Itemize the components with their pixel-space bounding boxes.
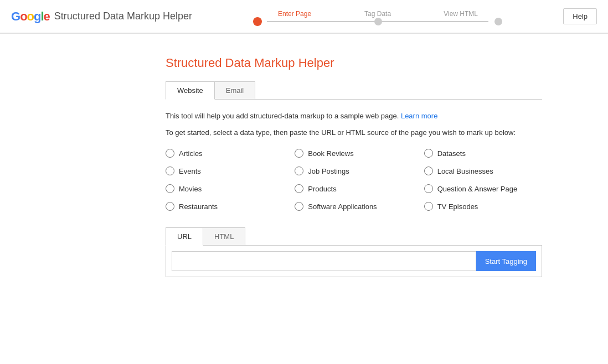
google-logo: Google bbox=[11, 9, 50, 24]
tab-website[interactable]: Website bbox=[166, 81, 215, 100]
input-tabs: URL HTML bbox=[166, 227, 542, 246]
input-tab-html[interactable]: HTML bbox=[203, 227, 245, 245]
radio-products[interactable]: Products bbox=[295, 184, 413, 193]
radio-local-businesses-label: Local Businesses bbox=[437, 167, 493, 175]
progress-labels: Enter Page Tag Data View HTML bbox=[253, 10, 502, 18]
page-tabs: Website Email bbox=[166, 81, 542, 100]
radio-articles-label: Articles bbox=[179, 149, 203, 158]
progress-dot-1 bbox=[253, 17, 262, 26]
progress-label-view: View HTML bbox=[419, 10, 502, 18]
progress-dots bbox=[253, 17, 502, 26]
learn-more-link[interactable]: Learn more bbox=[401, 112, 437, 120]
radio-tv-episodes-input[interactable] bbox=[424, 202, 433, 211]
radio-qa-page-input[interactable] bbox=[424, 184, 433, 193]
radio-events[interactable]: Events bbox=[166, 167, 284, 175]
radio-movies[interactable]: Movies bbox=[166, 184, 284, 193]
radio-job-postings[interactable]: Job Postings bbox=[295, 167, 413, 175]
input-tab-url[interactable]: URL bbox=[166, 227, 203, 246]
input-row: Start Tagging bbox=[166, 246, 542, 277]
radio-software-apps-input[interactable] bbox=[295, 202, 303, 211]
radio-software-apps[interactable]: Software Applications bbox=[295, 202, 413, 211]
radio-restaurants[interactable]: Restaurants bbox=[166, 202, 284, 211]
radio-restaurants-label: Restaurants bbox=[179, 202, 218, 211]
logo-o2: o bbox=[27, 9, 34, 24]
radio-tv-episodes-label: TV Episodes bbox=[437, 202, 478, 211]
radio-qa-page-label: Question & Answer Page bbox=[437, 185, 518, 193]
radio-products-label: Products bbox=[308, 185, 336, 193]
radio-local-businesses-input[interactable] bbox=[424, 167, 433, 175]
description-2: To get started, select a data type, then… bbox=[166, 127, 542, 138]
logo-g: G bbox=[11, 9, 20, 24]
main-content: Structured Data Markup Helper Website Em… bbox=[55, 34, 553, 288]
progress-label-enter: Enter Page bbox=[253, 10, 336, 18]
radio-articles-input[interactable] bbox=[166, 149, 174, 158]
radio-restaurants-input[interactable] bbox=[166, 202, 174, 211]
radio-software-apps-label: Software Applications bbox=[308, 202, 377, 211]
radio-movies-input[interactable] bbox=[166, 184, 174, 193]
description-1: This tool will help you add structured-d… bbox=[166, 111, 542, 122]
radio-book-reviews[interactable]: Book Reviews bbox=[295, 149, 413, 158]
radio-movies-label: Movies bbox=[179, 185, 202, 193]
radio-datasets-input[interactable] bbox=[424, 149, 433, 158]
radio-job-postings-input[interactable] bbox=[295, 167, 303, 175]
header: Google Structured Data Markup Helper Ent… bbox=[0, 0, 608, 33]
progress-container: Enter Page Tag Data View HTML bbox=[253, 10, 502, 23]
data-type-grid: Articles Book Reviews Datasets Events Jo… bbox=[166, 149, 542, 211]
logo-g2: g bbox=[34, 9, 40, 24]
start-tagging-button[interactable]: Start Tagging bbox=[476, 251, 536, 271]
logo-o1: o bbox=[20, 9, 27, 24]
radio-tv-episodes[interactable]: TV Episodes bbox=[424, 202, 542, 211]
desc1-text: This tool will help you add structured-d… bbox=[166, 112, 399, 120]
help-button[interactable]: Help bbox=[563, 8, 597, 24]
radio-events-input[interactable] bbox=[166, 167, 174, 175]
progress-track bbox=[253, 20, 502, 23]
tab-email[interactable]: Email bbox=[214, 81, 256, 99]
radio-datasets[interactable]: Datasets bbox=[424, 149, 542, 158]
radio-datasets-label: Datasets bbox=[437, 149, 466, 158]
header-left: Google Structured Data Markup Helper bbox=[11, 9, 192, 24]
header-title: Structured Data Markup Helper bbox=[54, 11, 192, 22]
progress-label-tag: Tag Data bbox=[336, 10, 419, 18]
logo-e: e bbox=[44, 9, 50, 24]
progress-dot-3 bbox=[494, 18, 502, 25]
radio-book-reviews-label: Book Reviews bbox=[308, 149, 353, 158]
radio-qa-page[interactable]: Question & Answer Page bbox=[424, 184, 542, 193]
radio-events-label: Events bbox=[179, 167, 201, 175]
radio-job-postings-label: Job Postings bbox=[308, 167, 349, 175]
radio-local-businesses[interactable]: Local Businesses bbox=[424, 167, 542, 175]
radio-articles[interactable]: Articles bbox=[166, 149, 284, 158]
radio-book-reviews-input[interactable] bbox=[295, 149, 303, 158]
page-title: Structured Data Markup Helper bbox=[166, 56, 542, 70]
progress-dot-2 bbox=[374, 18, 382, 25]
url-input[interactable] bbox=[172, 251, 476, 271]
radio-products-input[interactable] bbox=[295, 184, 303, 193]
